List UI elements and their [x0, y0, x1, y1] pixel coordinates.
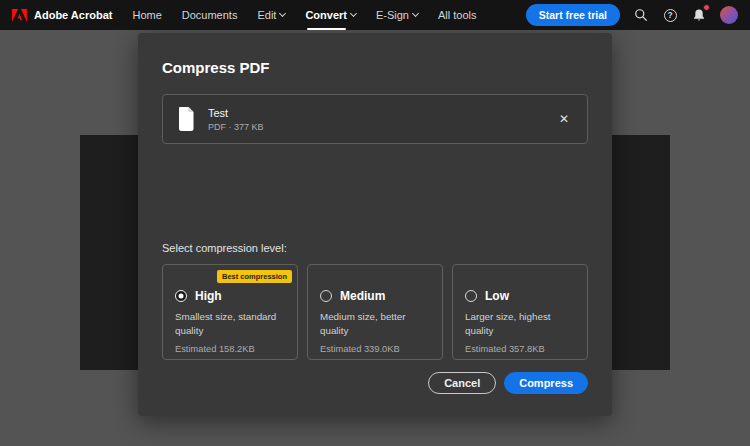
chevron-down-icon [279, 10, 286, 17]
option-description: Larger size, highest quality [465, 310, 575, 338]
radio-low[interactable] [465, 290, 477, 302]
chevron-down-icon [412, 10, 419, 17]
option-title: Medium [340, 289, 385, 303]
brand-name: Adobe Acrobat [34, 9, 112, 21]
notification-badge [703, 4, 710, 11]
file-text: Test PDF · 377 KB [208, 107, 264, 132]
dialog-title: Compress PDF [162, 59, 588, 76]
search-icon[interactable] [633, 7, 649, 23]
option-estimate: Estimated 158.2KB [175, 344, 285, 354]
compress-button[interactable]: Compress [504, 372, 588, 394]
user-avatar[interactable] [720, 6, 738, 24]
nav-label: Documents [182, 9, 238, 21]
adobe-logo-icon [12, 9, 27, 22]
remove-file-close-icon[interactable]: ✕ [555, 110, 573, 128]
chevron-down-icon [350, 10, 357, 17]
option-title: High [195, 289, 222, 303]
nav-label: Convert [305, 9, 347, 21]
brand: Adobe Acrobat [12, 9, 112, 22]
pdf-file-icon [177, 107, 196, 131]
option-head: High [175, 289, 285, 303]
help-glyph: ? [664, 9, 677, 22]
option-card-low[interactable]: Low Larger size, highest quality Estimat… [452, 264, 588, 360]
file-name: Test [208, 107, 264, 119]
start-free-trial-button[interactable]: Start free trial [526, 4, 620, 26]
option-card-medium[interactable]: Medium Medium size, better quality Estim… [307, 264, 443, 360]
nav-item-esign[interactable]: E-Sign [376, 0, 418, 30]
option-head: Low [465, 289, 575, 303]
radio-medium[interactable] [320, 290, 332, 302]
compression-level-label: Select compression level: [162, 242, 588, 254]
option-estimate: Estimated 339.0KB [320, 344, 430, 354]
nav-item-home[interactable]: Home [132, 0, 161, 30]
nav-item-documents[interactable]: Documents [182, 0, 238, 30]
compression-options: Best compression High Smallest size, sta… [162, 264, 588, 360]
option-description: Medium size, better quality [320, 310, 430, 338]
app-screen: Adobe Acrobat Home Documents Edit Conver… [0, 0, 750, 446]
main-nav: Home Documents Edit Convert E-Sign All t… [132, 0, 476, 30]
best-compression-badge: Best compression [217, 270, 292, 283]
option-card-high[interactable]: Best compression High Smallest size, sta… [162, 264, 298, 360]
option-description: Smallest size, standard quality [175, 310, 285, 338]
file-card: Test PDF · 377 KB ✕ [162, 94, 588, 144]
dialog-actions: Cancel Compress [428, 372, 588, 394]
help-icon[interactable]: ? [662, 7, 678, 23]
notifications-bell-icon[interactable] [691, 7, 707, 23]
topbar-actions: Start free trial ? [526, 4, 738, 26]
nav-label: Edit [257, 9, 276, 21]
option-estimate: Estimated 357.8KB [465, 344, 575, 354]
nav-label: Home [132, 9, 161, 21]
compress-pdf-dialog: Compress PDF Test PDF · 377 KB ✕ Select … [138, 33, 612, 416]
nav-item-convert[interactable]: Convert [305, 0, 356, 30]
option-head: Medium [320, 289, 430, 303]
nav-label: E-Sign [376, 9, 409, 21]
option-title: Low [485, 289, 509, 303]
file-meta: PDF · 377 KB [208, 122, 264, 132]
top-navigation-bar: Adobe Acrobat Home Documents Edit Conver… [0, 0, 750, 30]
cancel-button[interactable]: Cancel [428, 372, 496, 394]
radio-high[interactable] [175, 290, 187, 302]
nav-label: All tools [438, 9, 477, 21]
nav-item-all-tools[interactable]: All tools [438, 0, 477, 30]
nav-item-edit[interactable]: Edit [257, 0, 285, 30]
